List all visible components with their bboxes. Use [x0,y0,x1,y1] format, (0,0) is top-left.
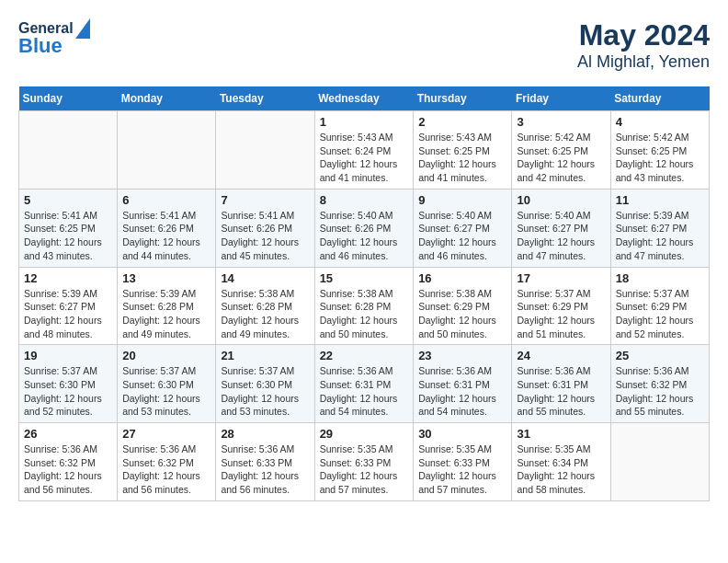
day-info: Sunrise: 5:43 AM Sunset: 6:25 PM Dayligh… [418,131,506,185]
calendar-cell: 6Sunrise: 5:41 AM Sunset: 6:26 PM Daylig… [118,189,216,267]
day-number: 15 [320,271,409,285]
month-title: May 2024 [577,18,710,52]
day-info: Sunrise: 5:39 AM Sunset: 6:27 PM Dayligh… [616,209,704,263]
day-info: Sunrise: 5:37 AM Sunset: 6:29 PM Dayligh… [616,287,704,341]
day-info: Sunrise: 5:36 AM Sunset: 6:32 PM Dayligh… [616,364,704,419]
day-info: Sunrise: 5:36 AM Sunset: 6:32 PM Dayligh… [24,442,112,497]
calendar-cell: 20Sunrise: 5:37 AM Sunset: 6:30 PM Dayli… [118,345,216,423]
title-area: May 2024 Al Mighlaf, Yemen [577,18,710,72]
calendar-cell: 23Sunrise: 5:36 AM Sunset: 6:31 PM Dayli… [414,345,512,423]
day-number: 30 [418,427,506,441]
day-info: Sunrise: 5:35 AM Sunset: 6:34 PM Dayligh… [517,442,605,497]
calendar-cell: 24Sunrise: 5:36 AM Sunset: 6:31 PM Dayli… [512,345,610,423]
day-info: Sunrise: 5:36 AM Sunset: 6:32 PM Dayligh… [122,442,210,497]
calendar-week-row: 5Sunrise: 5:41 AM Sunset: 6:25 PM Daylig… [19,189,710,267]
day-info: Sunrise: 5:37 AM Sunset: 6:29 PM Dayligh… [517,287,605,341]
day-number: 3 [517,115,605,129]
calendar-header-friday: Friday [512,86,610,111]
calendar-cell [216,111,314,190]
day-number: 8 [320,193,409,207]
calendar-header-row: SundayMondayTuesdayWednesdayThursdayFrid… [19,86,710,111]
day-number: 5 [24,193,112,207]
calendar-cell: 10Sunrise: 5:40 AM Sunset: 6:27 PM Dayli… [512,189,610,267]
day-number: 18 [616,271,704,285]
calendar-cell: 13Sunrise: 5:39 AM Sunset: 6:28 PM Dayli… [118,267,216,345]
calendar-week-row: 12Sunrise: 5:39 AM Sunset: 6:27 PM Dayli… [19,267,710,345]
day-info: Sunrise: 5:41 AM Sunset: 6:26 PM Dayligh… [122,209,210,263]
calendar-cell: 21Sunrise: 5:37 AM Sunset: 6:30 PM Dayli… [216,345,314,423]
day-info: Sunrise: 5:42 AM Sunset: 6:25 PM Dayligh… [616,131,704,185]
day-number: 16 [418,271,506,285]
day-info: Sunrise: 5:40 AM Sunset: 6:27 PM Dayligh… [517,209,605,263]
calendar-header-wednesday: Wednesday [314,86,414,111]
day-number: 29 [320,427,409,441]
page-header: General Blue May 2024 Al Mighlaf, Yemen [18,18,710,72]
day-number: 10 [517,193,605,207]
day-info: Sunrise: 5:36 AM Sunset: 6:31 PM Dayligh… [320,364,409,419]
calendar-cell: 3Sunrise: 5:42 AM Sunset: 6:25 PM Daylig… [512,111,610,190]
calendar-cell: 27Sunrise: 5:36 AM Sunset: 6:32 PM Dayli… [118,423,216,501]
day-number: 12 [24,271,112,285]
calendar-cell: 15Sunrise: 5:38 AM Sunset: 6:28 PM Dayli… [314,267,414,345]
day-info: Sunrise: 5:37 AM Sunset: 6:30 PM Dayligh… [122,364,210,419]
day-number: 26 [24,427,112,441]
calendar-header-sunday: Sunday [19,86,118,111]
calendar-cell: 1Sunrise: 5:43 AM Sunset: 6:24 PM Daylig… [314,111,414,190]
day-number: 21 [221,349,309,362]
day-number: 7 [221,193,309,207]
day-info: Sunrise: 5:38 AM Sunset: 6:28 PM Dayligh… [320,287,409,341]
day-number: 22 [320,349,409,362]
calendar-cell: 26Sunrise: 5:36 AM Sunset: 6:32 PM Dayli… [19,423,118,501]
day-info: Sunrise: 5:38 AM Sunset: 6:29 PM Dayligh… [418,287,506,341]
day-number: 14 [221,271,309,285]
day-info: Sunrise: 5:36 AM Sunset: 6:31 PM Dayligh… [418,364,506,419]
calendar-cell: 17Sunrise: 5:37 AM Sunset: 6:29 PM Dayli… [512,267,610,345]
day-number: 25 [616,349,704,362]
calendar-header-thursday: Thursday [414,86,512,111]
day-info: Sunrise: 5:37 AM Sunset: 6:30 PM Dayligh… [221,364,309,419]
day-number: 6 [122,193,210,207]
day-info: Sunrise: 5:40 AM Sunset: 6:26 PM Dayligh… [320,209,409,263]
calendar-header-tuesday: Tuesday [216,86,314,111]
calendar-cell: 28Sunrise: 5:36 AM Sunset: 6:33 PM Dayli… [216,423,314,501]
calendar-week-row: 26Sunrise: 5:36 AM Sunset: 6:32 PM Dayli… [19,423,710,501]
day-number: 20 [122,349,210,362]
day-number: 28 [221,427,309,441]
day-info: Sunrise: 5:38 AM Sunset: 6:28 PM Dayligh… [221,287,309,341]
day-info: Sunrise: 5:39 AM Sunset: 6:27 PM Dayligh… [24,287,112,341]
calendar-week-row: 1Sunrise: 5:43 AM Sunset: 6:24 PM Daylig… [19,111,710,190]
calendar-cell: 4Sunrise: 5:42 AM Sunset: 6:25 PM Daylig… [610,111,709,190]
calendar-cell: 29Sunrise: 5:35 AM Sunset: 6:33 PM Dayli… [314,423,414,501]
day-info: Sunrise: 5:39 AM Sunset: 6:28 PM Dayligh… [122,287,210,341]
calendar-header-monday: Monday [118,86,216,111]
day-info: Sunrise: 5:43 AM Sunset: 6:24 PM Dayligh… [320,131,409,185]
calendar-cell: 8Sunrise: 5:40 AM Sunset: 6:26 PM Daylig… [314,189,414,267]
day-info: Sunrise: 5:36 AM Sunset: 6:31 PM Dayligh… [517,364,605,419]
calendar-cell: 14Sunrise: 5:38 AM Sunset: 6:28 PM Dayli… [216,267,314,345]
calendar-cell: 25Sunrise: 5:36 AM Sunset: 6:32 PM Dayli… [610,345,709,423]
calendar-cell: 18Sunrise: 5:37 AM Sunset: 6:29 PM Dayli… [610,267,709,345]
location-title: Al Mighlaf, Yemen [577,52,710,72]
day-number: 1 [320,115,409,129]
day-number: 23 [418,349,506,362]
calendar-cell: 2Sunrise: 5:43 AM Sunset: 6:25 PM Daylig… [414,111,512,190]
day-info: Sunrise: 5:41 AM Sunset: 6:25 PM Dayligh… [24,209,112,263]
day-info: Sunrise: 5:36 AM Sunset: 6:33 PM Dayligh… [221,442,309,497]
calendar-cell: 12Sunrise: 5:39 AM Sunset: 6:27 PM Dayli… [19,267,118,345]
day-number: 19 [24,349,112,362]
logo-blue-text: Blue [18,35,90,57]
calendar-week-row: 19Sunrise: 5:37 AM Sunset: 6:30 PM Dayli… [19,345,710,423]
day-number: 17 [517,271,605,285]
day-number: 2 [418,115,506,129]
calendar-cell [19,111,118,190]
day-number: 24 [517,349,605,362]
calendar-table: SundayMondayTuesdayWednesdayThursdayFrid… [18,86,710,501]
calendar-cell: 31Sunrise: 5:35 AM Sunset: 6:34 PM Dayli… [512,423,610,501]
calendar-cell: 7Sunrise: 5:41 AM Sunset: 6:26 PM Daylig… [216,189,314,267]
calendar-cell: 19Sunrise: 5:37 AM Sunset: 6:30 PM Dayli… [19,345,118,423]
day-number: 13 [122,271,210,285]
calendar-cell: 11Sunrise: 5:39 AM Sunset: 6:27 PM Dayli… [610,189,709,267]
day-info: Sunrise: 5:35 AM Sunset: 6:33 PM Dayligh… [418,442,506,497]
day-info: Sunrise: 5:42 AM Sunset: 6:25 PM Dayligh… [517,131,605,185]
calendar-cell: 9Sunrise: 5:40 AM Sunset: 6:27 PM Daylig… [414,189,512,267]
